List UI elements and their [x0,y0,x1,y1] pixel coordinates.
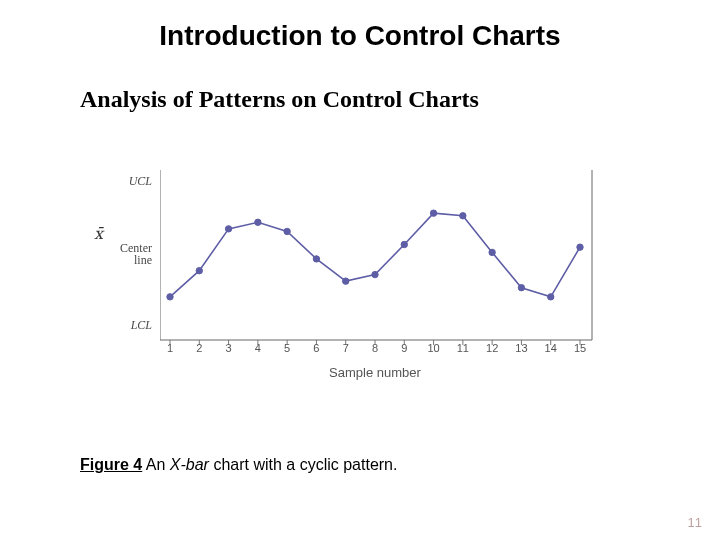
x-tick-label: 13 [511,342,531,354]
figure-caption: Figure 4 An X-bar chart with a cyclic pa… [80,456,397,474]
x-ticks: 123456789101112131415 [160,342,590,360]
svg-point-21 [167,294,173,300]
section-subtitle: Analysis of Patterns on Control Charts [80,86,479,113]
slide: Introduction to Control Charts Analysis … [0,0,720,540]
svg-point-23 [225,226,231,232]
x-tick-label: 1 [160,342,180,354]
svg-point-26 [313,256,319,262]
svg-point-32 [489,249,495,255]
control-chart: x̄ UCL Center line LCL 12345678910111213… [100,160,620,385]
x-axis-label: Sample number [160,365,590,380]
svg-point-24 [255,219,261,225]
svg-point-22 [196,267,202,273]
x-tick-label: 6 [306,342,326,354]
svg-point-31 [460,213,466,219]
page-title: Introduction to Control Charts [0,20,720,52]
x-tick-label: 15 [570,342,590,354]
svg-point-27 [343,278,349,284]
x-tick-label: 5 [277,342,297,354]
svg-point-35 [577,244,583,250]
svg-point-33 [518,284,524,290]
svg-point-29 [401,241,407,247]
x-tick-label: 8 [365,342,385,354]
x-tick-label: 2 [189,342,209,354]
x-tick-label: 14 [541,342,561,354]
figure-label: Figure 4 [80,456,142,473]
y-tick-lcl: LCL [104,318,152,333]
x-tick-label: 11 [453,342,473,354]
x-tick-label: 9 [394,342,414,354]
x-tick-label: 12 [482,342,502,354]
svg-point-25 [284,228,290,234]
x-tick-label: 10 [424,342,444,354]
x-tick-label: 7 [336,342,356,354]
svg-point-28 [372,271,378,277]
y-tick-ucl: UCL [104,174,152,189]
page-number: 11 [688,515,702,530]
plot-svg [160,160,610,355]
x-tick-label: 4 [248,342,268,354]
svg-point-34 [548,294,554,300]
x-tick-label: 3 [219,342,239,354]
svg-point-30 [430,210,436,216]
y-tick-center: Center line [104,242,152,266]
figure-description: An X-bar chart with a cyclic pattern. [142,456,397,473]
y-axis-label: x̄ [94,224,103,243]
